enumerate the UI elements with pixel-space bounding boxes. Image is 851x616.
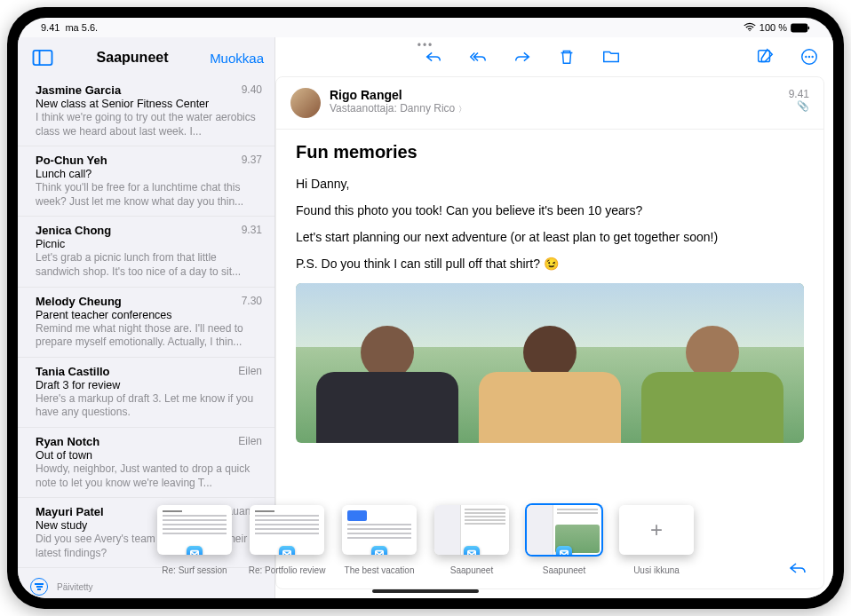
time: Eilen <box>238 365 262 378</box>
list-item[interactable]: Melody Cheung7.30 Parent teacher confere… <box>18 288 274 358</box>
list-item[interactable]: Jasmine Garcia9.40 New class at Senior F… <box>18 76 274 146</box>
body-line: P.S. Do you think I can still pull off t… <box>296 257 804 271</box>
subject: Out of town <box>36 449 262 462</box>
shelf-window[interactable]: Re: Surf session <box>156 505 233 575</box>
shelf-label: Uusi ikkuna <box>633 565 680 575</box>
time: 9.31 <box>242 224 262 237</box>
list-item[interactable]: Jenica Chong9.31 Picnic Let's grab a pic… <box>18 217 274 287</box>
subject: Picnic <box>36 238 262 250</box>
toolbar <box>275 37 833 76</box>
svg-point-0 <box>749 30 750 31</box>
preview: Remind me what night those are. I'll nee… <box>36 322 262 350</box>
attachment-icon: 📎 <box>789 100 809 112</box>
sender: Melody Cheung <box>36 295 122 308</box>
list-item[interactable]: Ryan NotchEilen Out of town Howdy, neigh… <box>18 428 274 498</box>
mail-app-icon <box>279 546 295 555</box>
shelf-new-window[interactable]: + Uusi ikkuna <box>618 505 695 575</box>
sender: Jenica Chong <box>36 224 111 237</box>
mail-app-icon <box>187 546 203 555</box>
compose-button[interactable] <box>755 47 775 67</box>
shelf-label: Re: Surf session <box>162 565 227 575</box>
body-line: Found this photo you took! Can you belie… <box>296 203 804 217</box>
time: 7.30 <box>242 295 262 308</box>
sidebar-title: Saapuneet <box>55 50 210 66</box>
svg-rect-5 <box>759 51 770 62</box>
time: 9.40 <box>242 83 262 97</box>
list-item[interactable]: Po-Chun Yeh9.37 Lunch call? Think you'll… <box>18 146 274 217</box>
screen: 9.41 ma 5.6. 100 % ••• <box>18 18 833 598</box>
preview: Think you'll be free for a lunchtime cha… <box>36 181 262 209</box>
shelf-label: Saapuneet <box>543 565 585 575</box>
status-time: 9.41 <box>41 22 60 33</box>
sender: Jasmine Garcia <box>36 83 121 97</box>
subject: New class at Senior Fitness Center <box>36 98 262 110</box>
sync-status: Päivitetty <box>57 582 93 592</box>
to-line[interactable]: Vastaanottaja: Danny Rico 〉 <box>330 102 780 115</box>
body-line: Hi Danny, <box>296 177 804 191</box>
mail-time: 9.41 <box>789 88 809 100</box>
preview: Let's grab a picnic lunch from that litt… <box>36 251 262 279</box>
from-name[interactable]: Rigo Rangel <box>330 88 780 102</box>
more-button[interactable] <box>799 47 819 67</box>
svg-rect-2 <box>807 26 809 28</box>
svg-point-9 <box>812 57 813 58</box>
app-shelf: Re: Surf session Re: Portfolio review Th… <box>147 500 704 580</box>
filter-button[interactable] <box>30 578 48 596</box>
subject: Draft 3 for review <box>36 379 262 391</box>
plus-icon: + <box>619 505 694 555</box>
wifi-icon <box>744 22 756 33</box>
status-bar: 9.41 ma 5.6. 100 % <box>18 18 833 37</box>
shelf-window[interactable]: The best vacation <box>341 505 418 575</box>
sender: Tania Castillo <box>36 365 110 378</box>
avatar[interactable] <box>290 88 321 118</box>
reply-fab-button[interactable] <box>787 557 808 579</box>
preview: Howdy, neighbor, Just wanted to drop a q… <box>36 462 262 490</box>
subject: Lunch call? <box>36 168 262 180</box>
home-indicator[interactable] <box>372 589 479 593</box>
sender: Po-Chun Yeh <box>36 154 107 167</box>
forward-button[interactable] <box>513 47 532 67</box>
svg-rect-1 <box>791 24 807 31</box>
trash-button[interactable] <box>557 47 577 67</box>
svg-point-8 <box>809 57 810 58</box>
chevron-right-icon: 〉 <box>458 105 466 114</box>
shelf-window-current[interactable]: Saapuneet <box>526 505 602 575</box>
shelf-label: The best vacation <box>345 565 415 575</box>
time: Eilen <box>238 435 262 448</box>
shelf-window[interactable]: Saapuneet <box>433 505 510 575</box>
svg-point-7 <box>806 57 807 58</box>
battery-icon <box>791 23 810 33</box>
body-line: Let's start planning our next adventure … <box>296 230 804 244</box>
attached-photo[interactable] <box>296 283 804 443</box>
time: 9.37 <box>242 154 262 167</box>
sidebar-toggle-button[interactable] <box>30 45 55 70</box>
mail-app-icon <box>556 546 572 555</box>
preview: Here's a markup of draft 3. Let me know … <box>36 392 262 420</box>
shelf-window[interactable]: Re: Portfolio review <box>249 505 325 575</box>
move-folder-button[interactable] <box>601 47 621 67</box>
edit-button[interactable]: Muokkaa <box>210 51 264 66</box>
preview: I think we're going to try out the water… <box>36 111 262 138</box>
svg-rect-3 <box>34 51 52 65</box>
multitask-dots-icon[interactable]: ••• <box>418 39 434 51</box>
mail-subject: Fun memories <box>296 142 804 162</box>
battery-percent: 100 % <box>760 22 787 33</box>
subject: Parent teacher conferences <box>36 309 262 321</box>
shelf-label: Re: Portfolio review <box>249 565 326 575</box>
device-frame: 9.41 ma 5.6. 100 % ••• <box>7 7 844 609</box>
shelf-label: Saapuneet <box>450 565 493 575</box>
mail-app-icon <box>464 546 480 555</box>
status-date: ma 5.6. <box>65 22 98 33</box>
sender: Ryan Notch <box>36 435 99 448</box>
mail-header: Rigo Rangel Vastaanottaja: Danny Rico 〉 … <box>276 77 823 130</box>
mail-body[interactable]: Fun memories Hi Danny, Found this photo … <box>276 130 823 455</box>
reply-all-button[interactable] <box>468 47 488 67</box>
sender: Mayuri Patel <box>36 505 104 518</box>
list-item[interactable]: Tania CastilloEilen Draft 3 for review H… <box>18 358 274 428</box>
mail-app-icon <box>371 546 387 555</box>
